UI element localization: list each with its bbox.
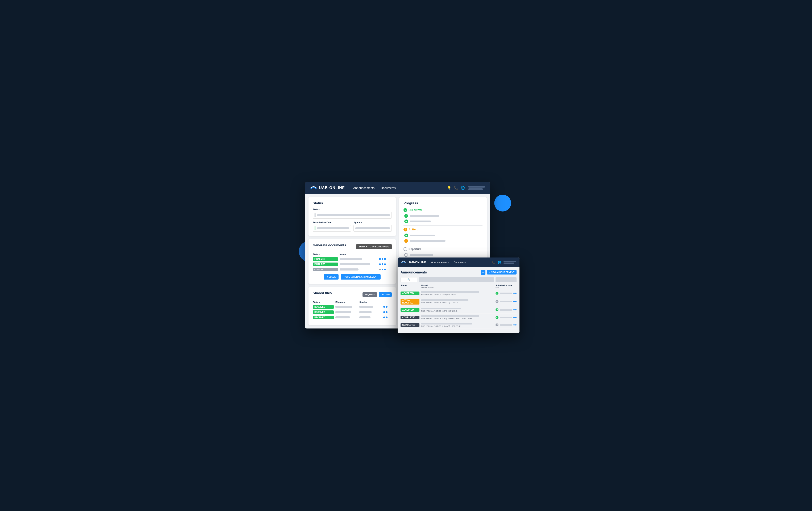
new-announcement-button[interactable]: + NEW ANNOUNCEMENT [487, 270, 517, 274]
second-logo-icon [401, 261, 406, 264]
grid-view-button[interactable]: ⊞ [481, 270, 486, 275]
files-filename-col: Filename [336, 301, 358, 303]
file-sender-2 [359, 311, 372, 313]
doc-name-col: Name [340, 253, 377, 256]
doc-badge-finalized-1: FINALIZED [313, 257, 338, 261]
file-sender-1 [359, 306, 373, 308]
second-phone-icon[interactable]: 📞 [492, 261, 495, 264]
upload-button[interactable]: UPLOAD [379, 292, 392, 297]
second-nav-logo: UAB-ONLINE [401, 261, 426, 264]
doc-row: FINALIZED [313, 257, 392, 261]
dot-5[interactable] [382, 263, 383, 265]
date-check-1 [495, 292, 498, 295]
submission-date-group: Submission Date [313, 221, 351, 232]
adot-10[interactable] [515, 324, 517, 326]
announce-vessel-3: PRE-ARRIVAL NOTICE (SEA) - BENZENE [421, 308, 494, 312]
fdot-5[interactable] [383, 317, 385, 318]
file-name-3 [336, 316, 350, 319]
second-nav-links: Announcements Documents [431, 261, 492, 264]
dot-9[interactable] [384, 269, 386, 270]
bulb-icon[interactable]: 💡 [447, 186, 452, 190]
agency-input[interactable] [353, 225, 392, 232]
fdot-6[interactable] [386, 317, 387, 318]
vessel-sub-3: PRE-ARRIVAL NOTICE (SEA) - BENZENE [421, 310, 494, 312]
fdot-1[interactable] [383, 306, 385, 308]
adot-3[interactable] [513, 301, 515, 302]
dot-8[interactable] [382, 269, 383, 270]
globe-icon[interactable]: 🌐 [461, 186, 465, 190]
brand-name: UAB-ONLINE [319, 186, 345, 190]
vessel-sub-5: PRE-ARRIVAL NOTICE (INLAND) - BENZENE [421, 325, 494, 327]
doc-name-bar-2 [340, 263, 370, 265]
dot-1[interactable] [379, 258, 381, 260]
search-icon: 🔍 [407, 278, 410, 281]
files-status-col: Status [313, 301, 334, 303]
request-button[interactable]: REQUEST [362, 292, 377, 297]
date-placeholder [317, 227, 349, 229]
second-globe-icon[interactable]: 🌐 [497, 261, 501, 264]
adot-9[interactable] [513, 324, 515, 326]
doc-name-bar-1 [340, 258, 362, 260]
second-user-bar-1 [503, 261, 516, 262]
gen-docs-header: Generate documents SWITCH TO OFFLINE MOD… [313, 243, 392, 250]
announce-date-3 [495, 308, 517, 311]
adot-1[interactable] [513, 293, 515, 294]
doc-status-col: Status [313, 253, 338, 256]
phone-icon[interactable]: 📞 [454, 186, 458, 190]
nav-links: Announcements Documents [353, 185, 447, 190]
main-navbar: UAB-ONLINE Announcements Documents 💡 📞 🌐 [305, 182, 490, 194]
search-box[interactable]: 🔍 [401, 277, 417, 282]
vessel-sub-4: PRE-ARRIVAL NOTICE (SEA) - PETROLEUM DIS… [421, 318, 494, 320]
fdot-3[interactable] [383, 311, 385, 313]
file-dots-1 [383, 306, 392, 308]
fdot-2[interactable] [386, 306, 387, 308]
adot-8[interactable] [515, 317, 517, 318]
doc-badge-finalized-2: FINALIZED [313, 263, 338, 266]
second-nav-documents[interactable]: Documents [454, 261, 466, 264]
date-check-5 [495, 324, 498, 326]
adot-6[interactable] [515, 309, 517, 310]
adot-2[interactable] [515, 293, 517, 294]
check-2 [404, 219, 408, 223]
announce-vessel-col: Vessel FORM - CARGO [421, 284, 494, 289]
vessel-name-bar-3 [421, 308, 461, 309]
file-row: RECEIVED [313, 305, 392, 309]
dot-7[interactable] [379, 269, 381, 270]
file-badge-received-3: RECEIVED [313, 316, 334, 319]
date-indicator [315, 226, 315, 231]
progress-card: Progress Pre-arrival [399, 197, 487, 263]
progress-item-4: ! [404, 239, 483, 243]
doc-name-bar-3 [340, 268, 358, 271]
adot-4[interactable] [515, 301, 517, 302]
dot-2[interactable] [382, 258, 383, 260]
vessel-name-bar-5 [421, 323, 472, 325]
progress-bar-4 [410, 240, 445, 242]
status-field-label: Status [313, 208, 392, 211]
date-check-4 [495, 316, 498, 319]
submission-date-input[interactable] [313, 225, 351, 232]
doc-actions: + SSSCL + OPERATIONAL ARRANGEMENT [313, 274, 392, 279]
fdot-4[interactable] [386, 311, 387, 313]
berth-check: ! [404, 228, 407, 232]
status-input[interactable] [313, 212, 392, 219]
nav-documents[interactable]: Documents [381, 185, 396, 190]
announce-badge-accepted-2: ACCEPTED [401, 308, 419, 312]
second-user-info [503, 261, 516, 264]
file-sender-3 [359, 316, 371, 319]
nav-announcements[interactable]: Announcements [353, 185, 375, 190]
file-name-2 [336, 311, 351, 313]
announcements-window: UAB-ONLINE Announcements Documents 📞 🌐 A… [398, 258, 520, 333]
vessel-name-bar-1 [421, 291, 479, 293]
adot-7[interactable] [513, 317, 515, 318]
dot-6[interactable] [384, 263, 386, 265]
offline-mode-button[interactable]: SWITCH TO OFFLINE MODE [356, 244, 392, 249]
add-operational-button[interactable]: + OPERATIONAL ARRANGEMENT [341, 274, 381, 279]
gen-docs-title: Generate documents [313, 243, 346, 247]
adot-5[interactable] [513, 309, 515, 310]
announce-badge-completed-2: COMPLETED [401, 323, 419, 327]
announce-row: COMPLETED PRE-ARRIVAL NOTICE (INLAND) - … [401, 323, 517, 329]
dot-4[interactable] [379, 263, 381, 265]
add-ssscl-button[interactable]: + SSSCL [324, 274, 339, 279]
dot-3[interactable] [384, 258, 386, 260]
second-nav-announcements[interactable]: Announcements [431, 261, 450, 264]
